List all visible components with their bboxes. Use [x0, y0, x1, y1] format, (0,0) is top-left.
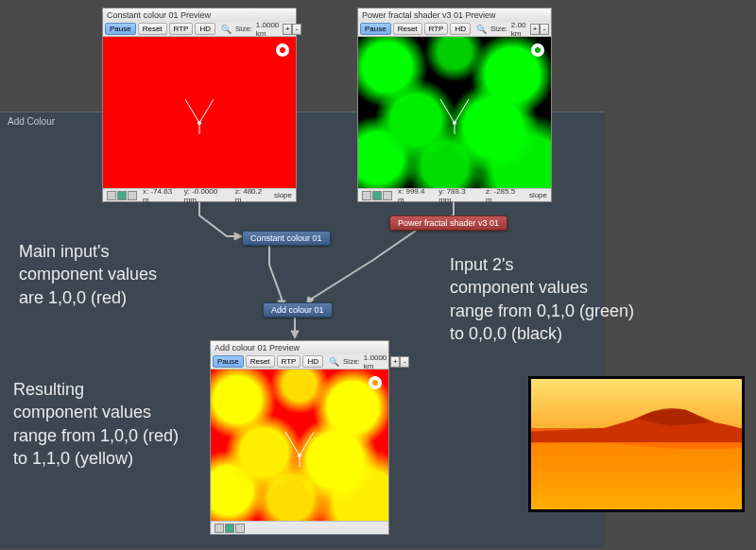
preview-toolbar: Pause Reset RTP HD 🔍 Size: 1.0000 km +- [211, 354, 388, 370]
preview-canvas-fractal-green[interactable] [358, 37, 551, 188]
reset-button[interactable]: Reset [246, 355, 275, 368]
slope-label: slope [529, 191, 547, 199]
svg-point-13 [372, 380, 378, 386]
svg-point-11 [298, 454, 301, 457]
size-value: 1.0000 km [364, 353, 387, 370]
rtp-button[interactable]: RTP [169, 23, 194, 35]
preview-fractal-shader: Power fractal shader v3 01 Preview Pause… [357, 8, 552, 202]
compass-icon [436, 95, 473, 142]
render-result-image [528, 376, 745, 512]
svg-point-8 [453, 121, 456, 125]
hd-button[interactable]: HD [450, 23, 471, 35]
preview-add-colour: Add colour 01 Preview Pause Reset RTP HD… [210, 340, 389, 535]
coord-y: y: 788.3 mm [438, 187, 480, 204]
coord-x: x: 999.4 m [398, 187, 433, 204]
size-label: Size: [235, 25, 252, 33]
svg-point-7 [280, 47, 285, 53]
size-label: Size: [343, 357, 360, 366]
annotation-main-input: Main input's component values are 1,0,0 … [19, 240, 157, 309]
size-stepper[interactable]: +- [283, 24, 301, 35]
pause-button[interactable]: Pause [213, 355, 244, 368]
hd-button[interactable]: HD [195, 23, 215, 35]
size-label: Size: [490, 25, 507, 33]
coord-x: x: -74.63 m [143, 187, 179, 204]
pause-button[interactable]: Pause [105, 23, 136, 35]
coord-z: z: -285.5 m [486, 187, 524, 204]
rtp-button[interactable]: RTP [424, 23, 449, 35]
slope-label: slope [274, 191, 292, 199]
reset-button[interactable]: Reset [138, 23, 167, 35]
node-power-fractal-shader[interactable]: Power fractal shader v3 01 [389, 215, 507, 231]
pause-button[interactable]: Pause [360, 23, 391, 35]
gear-icon[interactable] [273, 41, 292, 60]
preview-canvas-add-result[interactable] [211, 370, 388, 521]
annotation-result: Resulting component values range from 1,… [13, 378, 179, 470]
gear-icon[interactable] [528, 41, 547, 60]
node-add-colour[interactable]: Add colour 01 [263, 302, 333, 318]
status-bar [211, 521, 388, 534]
search-icon[interactable]: 🔍 [221, 25, 232, 34]
reset-button[interactable]: Reset [393, 23, 422, 35]
size-stepper[interactable]: +- [530, 24, 549, 35]
svg-point-5 [198, 121, 201, 125]
svg-point-10 [535, 47, 541, 53]
size-value: 1.0000 km [256, 21, 279, 38]
hd-button[interactable]: HD [302, 355, 323, 368]
panel-title: Add Colour [8, 116, 55, 127]
search-icon[interactable]: 🔍 [329, 357, 339, 367]
status-bar: x: -74.63 m y: -0.0000 mm z: 480.2 m slo… [103, 188, 296, 201]
coord-y: y: -0.0000 mm [184, 187, 230, 204]
preview-title: Add colour 01 Preview [211, 341, 388, 354]
compass-icon [180, 95, 218, 142]
preview-toolbar: Pause Reset RTP HD 🔍 Size: 1.0000 km +- [103, 22, 296, 37]
preview-canvas-red[interactable] [103, 37, 296, 188]
search-icon[interactable]: 🔍 [476, 25, 487, 34]
node-constant-colour[interactable]: Constant colour 01 [242, 231, 331, 246]
gear-icon[interactable] [366, 373, 385, 392]
preview-constant-colour: Constant colour 01 Preview Pause Reset R… [102, 8, 297, 202]
compass-icon [281, 427, 318, 474]
status-bar: x: 999.4 m y: 788.3 mm z: -285.5 m slope [358, 188, 551, 201]
size-value: 2.00 km [511, 21, 526, 38]
rtp-button[interactable]: RTP [277, 355, 301, 368]
coord-z: z: 480.2 m [235, 187, 268, 204]
size-stepper[interactable]: +- [390, 356, 409, 368]
preview-toolbar: Pause Reset RTP HD 🔍 Size: 2.00 km +- [358, 22, 551, 37]
annotation-input2: Input 2's component values range from 0,… [450, 253, 634, 345]
